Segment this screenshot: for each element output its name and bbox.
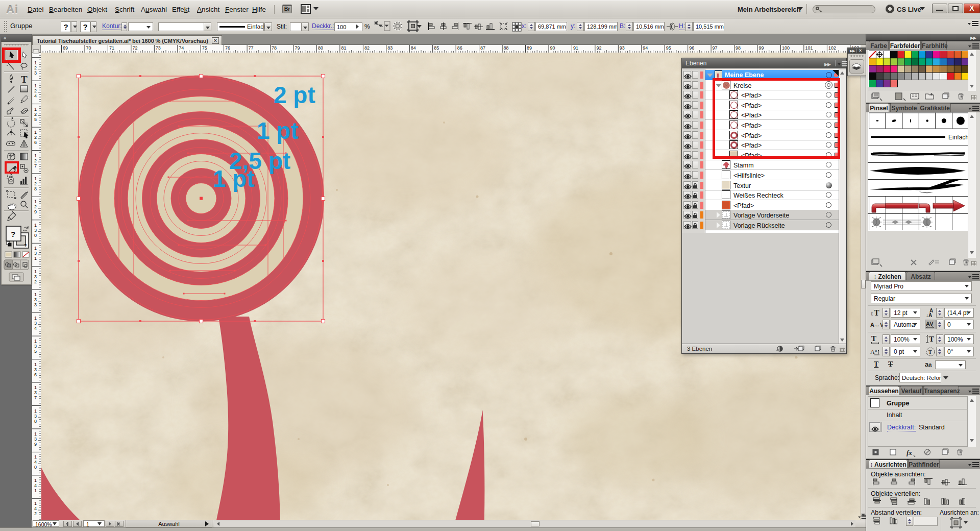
svg-text:85: 85 [434, 45, 439, 51]
svg-text:2 pt: 2 pt [274, 82, 315, 108]
svg-text:1: 1 [34, 478, 37, 483]
svg-text:7: 7 [34, 163, 37, 168]
svg-text:3: 3 [34, 70, 37, 76]
svg-text:3: 3 [34, 367, 37, 372]
svg-text:9: 9 [34, 209, 37, 214]
svg-text:3: 3 [34, 414, 37, 419]
svg-text:9: 9 [34, 442, 37, 447]
svg-text:1: 1 [34, 246, 37, 251]
svg-text:2: 2 [34, 158, 37, 163]
svg-text:82: 82 [364, 45, 370, 51]
svg-text:2: 2 [34, 88, 37, 93]
svg-text:92: 92 [596, 45, 601, 51]
svg-text:fx: fx [906, 449, 912, 456]
svg-text:A: A [870, 348, 875, 355]
svg-text:1: 1 [34, 292, 37, 297]
svg-text:6: 6 [34, 140, 37, 145]
svg-text:2: 2 [34, 181, 37, 186]
svg-text:1: 1 [34, 269, 37, 274]
svg-text:8: 8 [34, 186, 37, 191]
svg-text:89: 89 [527, 45, 532, 51]
svg-text:1: 1 [34, 256, 37, 261]
svg-text:76: 76 [225, 45, 230, 51]
svg-text:1: 1 [34, 130, 37, 135]
svg-text:84: 84 [411, 45, 416, 51]
svg-text:t: t [871, 309, 873, 317]
svg-text:1: 1 [34, 454, 37, 460]
svg-text:3: 3 [34, 251, 37, 256]
svg-text:73: 73 [156, 45, 161, 51]
svg-text:Einfach: Einfach [948, 134, 968, 141]
svg-text:AV: AV [926, 321, 934, 327]
svg-text:3: 3 [34, 228, 37, 233]
svg-text:3: 3 [34, 390, 37, 395]
svg-text:90: 90 [550, 45, 555, 51]
svg-text:1: 1 [34, 107, 37, 112]
svg-text:91: 91 [573, 45, 578, 51]
svg-text:3: 3 [34, 344, 37, 349]
svg-text:1: 1 [34, 362, 37, 367]
svg-text:0: 0 [34, 465, 37, 470]
svg-text:2: 2 [34, 511, 37, 516]
svg-text:93: 93 [620, 45, 625, 51]
svg-text:1: 1 [34, 60, 37, 65]
svg-text:1: 1 [34, 408, 37, 414]
svg-text:1: 1 [34, 501, 37, 506]
svg-text:a: a [875, 348, 877, 353]
svg-text:1: 1 [34, 339, 37, 344]
svg-text:72: 72 [132, 45, 137, 51]
svg-text:T: T [21, 74, 28, 85]
svg-text:8: 8 [34, 419, 37, 424]
svg-text:2: 2 [34, 279, 37, 284]
svg-text:5: 5 [34, 349, 37, 354]
svg-text:0: 0 [34, 233, 37, 238]
svg-text:100: 100 [782, 45, 790, 51]
svg-text:5: 5 [34, 117, 37, 122]
svg-text:4: 4 [34, 483, 37, 488]
svg-text:95: 95 [666, 45, 671, 51]
svg-text:80: 80 [318, 45, 323, 51]
svg-text:1: 1 [34, 431, 37, 437]
svg-text:83: 83 [387, 45, 393, 51]
svg-text:1: 1 [34, 83, 37, 88]
svg-text:1: 1 [34, 176, 37, 181]
svg-text:99: 99 [759, 45, 764, 51]
svg-text:78: 78 [272, 45, 277, 51]
svg-text:7: 7 [34, 395, 37, 400]
svg-text:4: 4 [34, 326, 37, 331]
svg-text:3: 3 [34, 321, 37, 326]
svg-text:4: 4 [34, 506, 37, 511]
svg-text:1: 1 [34, 223, 37, 228]
svg-text:2: 2 [34, 65, 37, 70]
svg-text:1: 1 [34, 199, 37, 204]
svg-text:3: 3 [34, 437, 37, 442]
svg-text:1 pt: 1 pt [213, 165, 255, 192]
svg-text:?: ? [11, 230, 15, 238]
svg-text:101: 101 [805, 45, 813, 51]
svg-text:1 pt: 1 pt [257, 117, 299, 144]
svg-text:3: 3 [34, 274, 37, 279]
svg-text:98: 98 [736, 45, 741, 51]
svg-text:6: 6 [34, 372, 37, 377]
svg-text:71: 71 [109, 45, 114, 51]
svg-text:A↔V: A↔V [870, 322, 883, 328]
svg-text:79: 79 [295, 45, 300, 51]
svg-text:T: T [874, 308, 879, 317]
svg-text:2: 2 [34, 112, 37, 117]
svg-text:1: 1 [34, 385, 37, 390]
svg-text:T: T [928, 349, 932, 355]
svg-text:75: 75 [202, 45, 207, 51]
svg-text:69: 69 [63, 45, 68, 51]
svg-text:1: 1 [34, 488, 37, 493]
svg-text:1: 1 [34, 153, 37, 158]
svg-text:102: 102 [828, 45, 836, 51]
svg-text:87: 87 [480, 45, 485, 51]
svg-text:97: 97 [713, 45, 718, 51]
svg-text:4: 4 [34, 460, 37, 465]
svg-text:74: 74 [179, 45, 184, 51]
svg-text:T: T [929, 335, 934, 343]
svg-text:4: 4 [34, 93, 37, 99]
svg-text:2: 2 [34, 204, 37, 209]
svg-text:3: 3 [34, 302, 37, 307]
svg-text:94: 94 [643, 45, 648, 51]
